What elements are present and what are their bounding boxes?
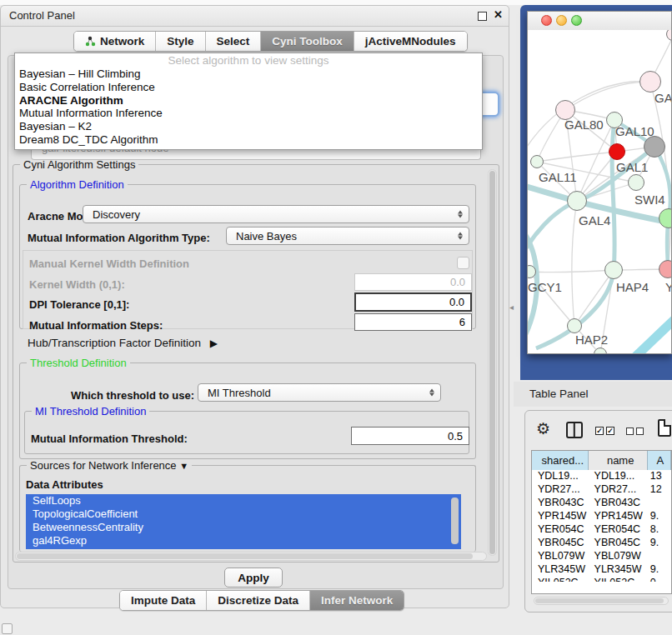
- node-label: HAP4: [616, 280, 649, 294]
- float-window-icon[interactable]: [478, 12, 487, 21]
- data-attributes-label: Data Attributes: [26, 478, 103, 491]
- tab-infer-network[interactable]: Infer Network: [310, 591, 404, 610]
- panel-collapse-icon[interactable]: [2, 623, 13, 634]
- apply-button[interactable]: Apply: [224, 568, 283, 588]
- settings-hscrollbar[interactable]: [15, 552, 487, 561]
- close-traffic-light-icon[interactable]: [541, 15, 552, 26]
- mi-steps-value: 6: [459, 316, 465, 328]
- node-table: shared...nameA YDL19...YDL19...13YDR27..…: [531, 450, 672, 594]
- table-row[interactable]: YDL19...YDL19...13: [532, 470, 671, 483]
- attribute-item-selected[interactable]: SelfLoops: [26, 494, 461, 508]
- algorithm-option[interactable]: Bayesian – K2: [15, 120, 482, 133]
- algorithm-option[interactable]: Bayesian – Hill Climbing: [15, 68, 482, 81]
- network-node-hap2[interactable]: [567, 318, 582, 333]
- node-label: SWI4: [634, 192, 665, 207]
- network-node-gal1[interactable]: [628, 174, 644, 191]
- table-cell: YBR045C: [589, 537, 648, 550]
- table-row[interactable]: YLR345WYLR345W9.: [532, 563, 671, 577]
- tab-style[interactable]: Style: [156, 32, 205, 51]
- node-label: Y: [665, 280, 671, 294]
- table-rows: YDL19...YDL19...13YDR27...YDR27...12YBR0…: [532, 470, 671, 582]
- node-label: GAL10: [615, 124, 654, 138]
- attribute-item-selected[interactable]: BetweennessCentrality: [26, 521, 461, 534]
- table-row[interactable]: YER054CYER054C8.: [532, 523, 671, 537]
- mi-steps-field[interactable]: 6: [354, 313, 472, 331]
- table-row[interactable]: YBR045CYBR045C9.: [532, 537, 671, 550]
- column-header-2[interactable]: name: [589, 451, 648, 470]
- algorithm-option[interactable]: Basic Correlation Inference: [15, 81, 482, 94]
- algorithm-option[interactable]: Mutual Information Inference: [15, 107, 482, 120]
- manual-kernel-checkbox[interactable]: [457, 257, 469, 269]
- attributes-scrollbar-thumb[interactable]: [451, 498, 459, 544]
- which-threshold-value: MI Threshold: [208, 387, 271, 399]
- network-node-gal4[interactable]: [567, 191, 587, 211]
- gear-icon[interactable]: ⚙: [536, 419, 550, 438]
- table-row[interactable]: YBL079WYBL079W: [532, 550, 671, 563]
- network-node-hap4[interactable]: [604, 261, 623, 279]
- node-label: GAL: [654, 91, 671, 105]
- tab-impute-data[interactable]: Impute Data: [120, 591, 207, 610]
- tab-jactivemnodules[interactable]: jActiveMNodules: [354, 32, 467, 51]
- attribute-item-selected[interactable]: TopologicalCoefficient: [26, 508, 461, 521]
- table-cell: YLR345W: [589, 563, 648, 577]
- tab-select[interactable]: Select: [206, 32, 262, 51]
- mi-algorithm-type-label: Mutual Information Algorithm Type:: [28, 232, 210, 244]
- column-header-3[interactable]: A: [648, 451, 671, 470]
- network-node-y[interactable]: [659, 260, 671, 278]
- sources-legend[interactable]: Sources for Network Inference ▼: [27, 459, 192, 472]
- tab-discretize-data[interactable]: Discretize Data: [207, 591, 310, 610]
- table-cell: YBR043C: [589, 497, 648, 510]
- table-row[interactable]: YBR043CYBR043C: [532, 497, 671, 510]
- minimize-traffic-light-icon[interactable]: [556, 15, 567, 26]
- table-cell: YBL079W: [589, 550, 648, 563]
- expand-right-icon: ▶: [210, 338, 218, 349]
- algorithm-placeholder: Select algorithm to view settings: [15, 53, 482, 68]
- mi-threshold-field[interactable]: 0.5: [351, 427, 469, 445]
- table-row[interactable]: YPR145WYPR145W9.: [532, 510, 671, 523]
- split-columns-icon[interactable]: [566, 422, 583, 438]
- control-panel-window: Control Panel ✕ NetworkStyleSelectCyni T…: [0, 5, 509, 608]
- column-header-1[interactable]: shared...: [532, 451, 589, 470]
- tab-network[interactable]: Network: [74, 32, 156, 51]
- hub-section-label: Hub/Transcription Factor Definition: [28, 337, 201, 349]
- which-threshold-combobox[interactable]: MI Threshold: [198, 383, 441, 402]
- select-all-columns-icon[interactable]: ✓✓: [595, 427, 614, 435]
- hub-section-toggle[interactable]: Hub/Transcription Factor Definition ▶: [28, 337, 218, 349]
- network-node-gal[interactable]: [639, 71, 661, 92]
- data-attributes-list[interactable]: SelfLoopsTopologicalCoefficientBetweenne…: [26, 494, 461, 549]
- table-hscrollbar[interactable]: [534, 597, 669, 605]
- algorithm-option[interactable]: ARACNE Algorithm: [15, 94, 482, 108]
- table-panel-titlebar: Table Panel: [514, 382, 672, 407]
- table-cell: YDL19...: [589, 470, 648, 483]
- kernel-width-field[interactable]: 0.0: [354, 273, 472, 291]
- algorithm-option[interactable]: Dream8 DC_TDC Algorithm: [15, 133, 482, 147]
- table-row[interactable]: YDR27...YDR27...12: [532, 483, 671, 497]
- table-header-row: shared...nameA: [532, 451, 671, 470]
- table-cell: 13: [648, 470, 671, 483]
- close-icon[interactable]: ✕: [494, 8, 503, 21]
- table-cell: YBR045C: [532, 537, 589, 550]
- table-panel-title: Table Panel: [529, 388, 589, 400]
- network-node[interactable]: [609, 143, 625, 160]
- tab-label: Discretize Data: [218, 594, 298, 607]
- deselect-all-columns-icon[interactable]: [626, 428, 644, 435]
- table-cell: YPR145W: [589, 510, 648, 523]
- network-node[interactable]: [644, 136, 665, 158]
- mi-algorithm-type-combobox[interactable]: Naive Bayes: [226, 227, 469, 245]
- network-node-gal11[interactable]: [530, 155, 544, 168]
- table-cell: YDR27...: [589, 483, 648, 497]
- settings-scrollbar[interactable]: [488, 169, 497, 556]
- dpi-tolerance-field[interactable]: 0.0: [354, 292, 472, 312]
- table-row[interactable]: YIL052CYIL052C0: [532, 577, 671, 582]
- node-label: HAP2: [575, 332, 608, 347]
- network-window-titlebar[interactable]: [528, 12, 671, 31]
- tab-cyni-toolbox[interactable]: Cyni Toolbox: [261, 32, 354, 51]
- tab-label: Style: [167, 35, 193, 48]
- new-table-icon[interactable]: [658, 419, 671, 437]
- network-canvas[interactable]: GALGAL80GAL10GAL1GAL11GAL4SWI4GCY1HAP4YH…: [528, 30, 671, 353]
- table-cell: YDR27...: [532, 483, 589, 497]
- attribute-item-selected[interactable]: gal4RGexp: [26, 534, 461, 548]
- zoom-traffic-light-icon[interactable]: [571, 15, 582, 26]
- splitter-collapse-icon[interactable]: ◂: [509, 302, 514, 312]
- aracne-mode-combobox[interactable]: Discovery: [83, 205, 469, 223]
